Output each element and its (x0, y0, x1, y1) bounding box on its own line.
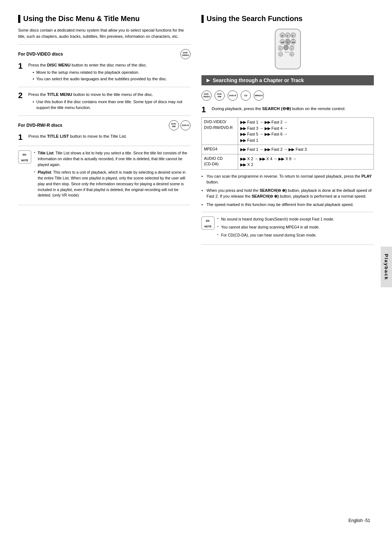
step1-bullet1: Move to the setup menu related to the pl… (33, 70, 191, 75)
right-divider (201, 212, 374, 212)
right-step1: 1 During playback, press the SEARCH (⊖⊕)… (201, 106, 374, 114)
right-note-item-1: No sound is heard during Scan(Search) mo… (217, 217, 374, 222)
note-playlist: Playlist: This refers to a unit of playb… (34, 170, 191, 198)
dvd-video-icons: DVD-VIDEO (180, 49, 191, 59)
divider-4 (18, 146, 191, 146)
step1-content: Press the DISC MENU button to enter the … (28, 62, 191, 82)
divider-3 (18, 116, 191, 116)
svg-text:TV MUTE: TV MUTE (284, 44, 291, 46)
note-icon: ✏ NOTE (18, 150, 31, 163)
divider-5 (18, 205, 191, 205)
table-row-3: AUDIO CD(CD-DA) ▶▶ X 2 → ▶▶ X 4 → ▶▶ X 8… (202, 154, 374, 169)
svg-text:◀◀: ◀◀ (281, 41, 284, 43)
dvd-video-step1: 1 Press the DISC MENU button to enter th… (18, 62, 191, 82)
dvd-video-icon: DVD-VIDEO (180, 49, 191, 59)
right-step1-bold: SEARCH (⊖⊕) (262, 106, 291, 111)
svg-text:⏮: ⏮ (281, 35, 283, 37)
title-list-bold: Title List (38, 151, 53, 155)
svg-text:PROG: PROG (290, 45, 295, 47)
dvd-rw-header: For DVD-RW/-R discs DVD-RW DVD-R (18, 120, 191, 130)
pencil-icon: ✏ (23, 151, 27, 159)
dvd-video-step2: 2 Press the TITLE MENU button to move to… (18, 92, 191, 111)
page-layout: Using the Disc Menu & Title Menu Some di… (18, 15, 374, 249)
dvd-rw-step1-text2: button to move to the Title List. (69, 134, 127, 138)
playlist-text: : This refers to a unit of playback, whi… (38, 170, 185, 197)
step2-text2: button to move to the title menu of the … (72, 92, 153, 97)
table-row-2: MPEG4 ▶▶ Fast 1 → ▶▶ Fast 2 → ▶▶ Fast 3 (202, 145, 374, 154)
playback-tab: Playback (381, 247, 392, 287)
dvd-rw-step1-content: Press the TITLE LIST button to move to t… (28, 133, 191, 141)
page-number: English -51 (348, 518, 370, 523)
right-section-title: Using the Search Functions (201, 15, 374, 23)
right-bullet-3: The speed marked in this function may be… (201, 202, 374, 208)
step1-text2: button to enter the disc menu of the dis… (70, 63, 147, 67)
right-pencil-icon: ✏ (206, 217, 210, 225)
svg-text:■: ■ (287, 35, 288, 37)
svg-text:AUDIO: AUDIO (285, 51, 290, 53)
step2-bullet1: Use this button if the disc contains mor… (33, 99, 191, 110)
svg-text:PLAY: PLAY (291, 39, 295, 40)
step1-bullet2: You can select the audio languages and t… (33, 76, 191, 82)
dvd-rw-icons: DVD-RW DVD-R (169, 120, 191, 130)
table-row1-device: DVD-VIDEO/DVD-RW/DVD-R (202, 118, 238, 145)
dvd-rw-step1-bold: TITLE LIST (47, 134, 69, 138)
divider-2 (18, 87, 191, 87)
note-content: Title List: Title List shows a list to h… (34, 150, 191, 201)
note-label: NOTE (21, 159, 28, 163)
left-column: Using the Disc Menu & Title Menu Some di… (18, 15, 191, 249)
dvd-rw-step1: 1 Press the TITLE LIST button to move to… (18, 133, 191, 141)
step1-bullets: Move to the setup menu related to the pl… (33, 70, 191, 82)
svg-text:▶: ▶ (292, 35, 294, 37)
step2-bullets: Use this button if the disc contains mor… (33, 99, 191, 110)
right-note-item-2: You cannot also hear during scanning MPE… (217, 224, 374, 230)
table-row2-device: MPEG4 (202, 145, 238, 154)
search-table-body: DVD-VIDEO/DVD-RW/DVD-R ▶▶ Fast 1 → ▶▶ Fa… (202, 118, 374, 170)
compat-dvd-rw: DVD-RW (215, 90, 225, 101)
svg-point-24 (278, 52, 283, 56)
step2-number: 2 (18, 92, 25, 111)
playlist-bold: Playlist (38, 170, 51, 174)
right-step1-number: 1 (201, 106, 208, 114)
left-section-title: Using the Disc Menu & Title Menu (18, 15, 191, 23)
right-column: Using the Search Functions ⏮ ■ ▶ ◀◀ ⏸ ▶▶… (201, 15, 374, 249)
page-footer: English -51 (348, 518, 370, 523)
dvd-rw-step1-number: 1 (18, 133, 25, 141)
compat-dvd-video: DVD-VIDEO (201, 90, 212, 101)
search-banner-text: Searching through a Chapter or Track (213, 77, 304, 83)
remote-control-image: ⏮ ■ ▶ ◀◀ ⏸ ▶▶ STOP PLAY + ✕ ∨ VOL TV MUT… (264, 27, 311, 71)
compat-cd: CD (241, 90, 251, 101)
right-note-content: No sound is heard during Scan(Search) mo… (217, 217, 374, 240)
right-note-box: ✏ NOTE No sound is heard during Scan(Sea… (201, 217, 374, 240)
table-row-1: DVD-VIDEO/DVD-RW/DVD-R ▶▶ Fast 1 → ▶▶ Fa… (202, 118, 374, 145)
step1-bold: DISC MENU (47, 63, 71, 67)
dvd-rw-icon: DVD-RW (169, 120, 179, 130)
table-row2-speeds: ▶▶ Fast 1 → ▶▶ Fast 2 → ▶▶ Fast 3 (238, 145, 374, 154)
compatible-icons: DVD-VIDEO DVD-RW DVD-R CD MPEG4 (201, 90, 374, 101)
compat-mpeg4: MPEG4 (254, 90, 264, 101)
playback-tab-label: Playback (384, 254, 389, 280)
right-step1-text: During playback, press the (212, 106, 262, 111)
step2-content: Press the TITLE MENU button to move to t… (28, 92, 191, 111)
table-row3-speeds: ▶▶ X 2 → ▶▶ X 4 → ▶▶ X 8 → ▶▶ X 2 (238, 154, 374, 169)
svg-text:✕: ✕ (285, 47, 286, 49)
svg-text:STOP: STOP (285, 39, 289, 40)
dvd-video-header: For DVD-VIDEO discs DVD-VIDEO (18, 49, 191, 59)
svg-text:∨: ∨ (291, 48, 292, 50)
divider-1 (18, 44, 191, 45)
right-bullet-2: When you press and hold the SEARCH(⊖ ⊕) … (201, 187, 374, 199)
step1-number: 1 (18, 62, 25, 82)
step2-bold: TITLE MENU (47, 92, 72, 97)
table-row1-speeds: ▶▶ Fast 1 → ▶▶ Fast 2 → ▶▶ Fast 3 → ▶▶ F… (238, 118, 374, 145)
right-divider-2 (201, 244, 374, 245)
dvd-r-icon: DVD-R (180, 120, 191, 130)
svg-text:∧: ∧ (291, 53, 292, 56)
table-row3-device: AUDIO CD(CD-DA) (202, 154, 238, 169)
right-bullets: You can scan the programme in reverse. T… (201, 173, 374, 208)
title-list-text: : Title List shows a list to help you se… (38, 151, 187, 167)
svg-text:+: + (279, 48, 281, 50)
right-step1-text2: button on the remote control. (291, 106, 346, 111)
left-section-intro: Some discs contain a dedicated menu syst… (18, 27, 191, 39)
note-box: ✏ NOTE Title List: Title List shows a li… (18, 150, 191, 201)
right-note-label: NOTE (204, 225, 211, 229)
right-note-icon: ✏ NOTE (201, 217, 215, 230)
